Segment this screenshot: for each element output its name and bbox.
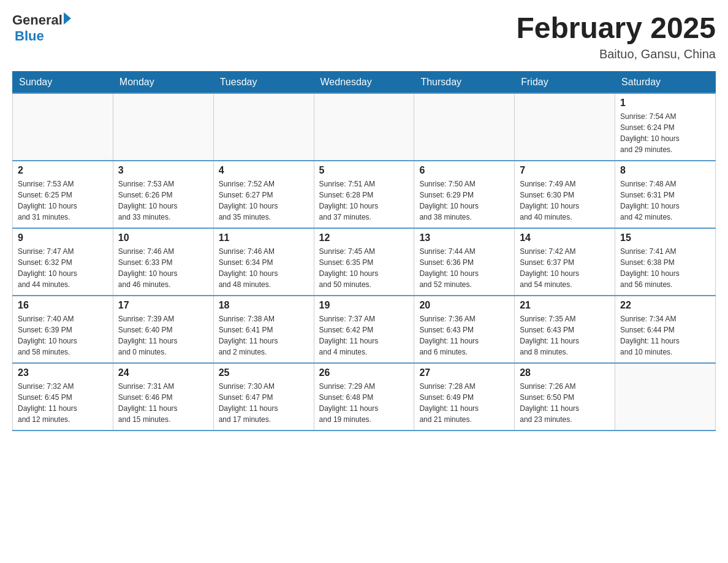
calendar-cell: 7Sunrise: 7:49 AMSunset: 6:30 PMDaylight… (515, 161, 615, 228)
day-number: 2 (18, 165, 108, 176)
calendar-cell: 17Sunrise: 7:39 AMSunset: 6:40 PMDayligh… (113, 296, 213, 363)
calendar-cell: 14Sunrise: 7:42 AMSunset: 6:37 PMDayligh… (515, 228, 615, 296)
day-number: 23 (18, 367, 108, 378)
day-number: 14 (520, 232, 610, 243)
day-info: Sunrise: 7:36 AMSunset: 6:43 PMDaylight:… (419, 313, 509, 358)
day-number: 5 (319, 165, 409, 176)
logo-blue-text: Blue (15, 28, 44, 44)
day-info: Sunrise: 7:54 AMSunset: 6:24 PMDaylight:… (620, 111, 710, 155)
day-info: Sunrise: 7:29 AMSunset: 6:48 PMDaylight:… (319, 381, 409, 425)
week-row-2: 2Sunrise: 7:53 AMSunset: 6:25 PMDaylight… (13, 161, 716, 228)
day-info: Sunrise: 7:30 AMSunset: 6:47 PMDaylight:… (219, 381, 309, 425)
day-info: Sunrise: 7:41 AMSunset: 6:38 PMDaylight:… (620, 246, 710, 290)
calendar-cell (515, 93, 615, 161)
day-number: 16 (18, 300, 108, 311)
day-info: Sunrise: 7:35 AMSunset: 6:43 PMDaylight:… (520, 313, 610, 358)
calendar-cell (615, 363, 716, 431)
day-info: Sunrise: 7:40 AMSunset: 6:39 PMDaylight:… (18, 313, 108, 358)
week-row-4: 16Sunrise: 7:40 AMSunset: 6:39 PMDayligh… (13, 296, 716, 363)
day-info: Sunrise: 7:37 AMSunset: 6:42 PMDaylight:… (319, 313, 409, 358)
weekday-header-thursday: Thursday (414, 71, 515, 93)
calendar-cell (314, 93, 414, 161)
day-info: Sunrise: 7:28 AMSunset: 6:49 PMDaylight:… (419, 381, 509, 425)
weekday-header-saturday: Saturday (615, 71, 716, 93)
calendar-cell: 13Sunrise: 7:44 AMSunset: 6:36 PMDayligh… (414, 228, 515, 296)
day-number: 28 (520, 367, 610, 378)
day-info: Sunrise: 7:32 AMSunset: 6:45 PMDaylight:… (18, 381, 108, 425)
day-info: Sunrise: 7:52 AMSunset: 6:27 PMDaylight:… (219, 178, 309, 223)
calendar-cell: 26Sunrise: 7:29 AMSunset: 6:48 PMDayligh… (314, 363, 414, 431)
calendar-cell: 8Sunrise: 7:48 AMSunset: 6:31 PMDaylight… (615, 161, 716, 228)
day-info: Sunrise: 7:42 AMSunset: 6:37 PMDaylight:… (520, 246, 610, 290)
logo: General Blue (12, 12, 71, 44)
day-number: 20 (419, 300, 509, 311)
calendar-cell: 21Sunrise: 7:35 AMSunset: 6:43 PMDayligh… (515, 296, 615, 363)
day-number: 8 (620, 165, 710, 176)
day-number: 22 (620, 300, 710, 311)
day-info: Sunrise: 7:49 AMSunset: 6:30 PMDaylight:… (520, 178, 610, 223)
calendar-cell: 25Sunrise: 7:30 AMSunset: 6:47 PMDayligh… (213, 363, 314, 431)
calendar-cell: 22Sunrise: 7:34 AMSunset: 6:44 PMDayligh… (615, 296, 716, 363)
day-info: Sunrise: 7:39 AMSunset: 6:40 PMDaylight:… (118, 313, 208, 358)
day-number: 11 (219, 232, 309, 243)
calendar-cell: 11Sunrise: 7:46 AMSunset: 6:34 PMDayligh… (213, 228, 314, 296)
day-info: Sunrise: 7:31 AMSunset: 6:46 PMDaylight:… (118, 381, 208, 425)
calendar-cell: 12Sunrise: 7:45 AMSunset: 6:35 PMDayligh… (314, 228, 414, 296)
day-info: Sunrise: 7:46 AMSunset: 6:33 PMDaylight:… (118, 246, 208, 290)
day-number: 9 (18, 232, 108, 243)
week-row-5: 23Sunrise: 7:32 AMSunset: 6:45 PMDayligh… (13, 363, 716, 431)
page-header: General Blue February 2025 Baituo, Gansu… (12, 12, 716, 61)
calendar-cell: 20Sunrise: 7:36 AMSunset: 6:43 PMDayligh… (414, 296, 515, 363)
day-info: Sunrise: 7:38 AMSunset: 6:41 PMDaylight:… (219, 313, 309, 358)
calendar-cell: 6Sunrise: 7:50 AMSunset: 6:29 PMDaylight… (414, 161, 515, 228)
day-number: 7 (520, 165, 610, 176)
calendar-cell (414, 93, 515, 161)
day-info: Sunrise: 7:50 AMSunset: 6:29 PMDaylight:… (419, 178, 509, 223)
calendar-title: February 2025 (516, 12, 716, 45)
day-info: Sunrise: 7:53 AMSunset: 6:26 PMDaylight:… (118, 178, 208, 223)
day-info: Sunrise: 7:44 AMSunset: 6:36 PMDaylight:… (419, 246, 509, 290)
weekday-header-friday: Friday (515, 71, 615, 93)
calendar-cell: 24Sunrise: 7:31 AMSunset: 6:46 PMDayligh… (113, 363, 213, 431)
day-number: 4 (219, 165, 309, 176)
day-number: 19 (319, 300, 409, 311)
day-info: Sunrise: 7:26 AMSunset: 6:50 PMDaylight:… (520, 381, 610, 425)
day-number: 13 (419, 232, 509, 243)
day-number: 21 (520, 300, 610, 311)
calendar-cell: 27Sunrise: 7:28 AMSunset: 6:49 PMDayligh… (414, 363, 515, 431)
calendar-cell: 4Sunrise: 7:52 AMSunset: 6:27 PMDaylight… (213, 161, 314, 228)
calendar-cell (213, 93, 314, 161)
day-number: 27 (419, 367, 509, 378)
logo-line1: General (12, 12, 71, 28)
day-info: Sunrise: 7:48 AMSunset: 6:31 PMDaylight:… (620, 178, 710, 223)
calendar-cell: 5Sunrise: 7:51 AMSunset: 6:28 PMDaylight… (314, 161, 414, 228)
day-number: 6 (419, 165, 509, 176)
day-info: Sunrise: 7:51 AMSunset: 6:28 PMDaylight:… (319, 178, 409, 223)
day-number: 10 (118, 232, 208, 243)
week-row-3: 9Sunrise: 7:47 AMSunset: 6:32 PMDaylight… (13, 228, 716, 296)
weekday-header-tuesday: Tuesday (213, 71, 314, 93)
day-info: Sunrise: 7:34 AMSunset: 6:44 PMDaylight:… (620, 313, 710, 358)
day-number: 1 (620, 98, 710, 109)
weekday-header-wednesday: Wednesday (314, 71, 414, 93)
day-number: 18 (219, 300, 309, 311)
logo-arrow-icon (64, 12, 71, 25)
weekday-header-monday: Monday (113, 71, 213, 93)
day-info: Sunrise: 7:45 AMSunset: 6:35 PMDaylight:… (319, 246, 409, 290)
day-info: Sunrise: 7:46 AMSunset: 6:34 PMDaylight:… (219, 246, 309, 290)
day-info: Sunrise: 7:47 AMSunset: 6:32 PMDaylight:… (18, 246, 108, 290)
calendar-cell: 10Sunrise: 7:46 AMSunset: 6:33 PMDayligh… (113, 228, 213, 296)
day-info: Sunrise: 7:53 AMSunset: 6:25 PMDaylight:… (18, 178, 108, 223)
day-number: 25 (219, 367, 309, 378)
day-number: 24 (118, 367, 208, 378)
logo-general-text: General (12, 12, 63, 28)
weekday-header-sunday: Sunday (13, 71, 113, 93)
calendar-cell: 3Sunrise: 7:53 AMSunset: 6:26 PMDaylight… (113, 161, 213, 228)
calendar-cell: 23Sunrise: 7:32 AMSunset: 6:45 PMDayligh… (13, 363, 113, 431)
day-number: 3 (118, 165, 208, 176)
calendar-cell: 9Sunrise: 7:47 AMSunset: 6:32 PMDaylight… (13, 228, 113, 296)
calendar-cell (13, 93, 113, 161)
weekday-header-row: SundayMondayTuesdayWednesdayThursdayFrid… (13, 71, 716, 93)
calendar-cell: 19Sunrise: 7:37 AMSunset: 6:42 PMDayligh… (314, 296, 414, 363)
day-number: 17 (118, 300, 208, 311)
